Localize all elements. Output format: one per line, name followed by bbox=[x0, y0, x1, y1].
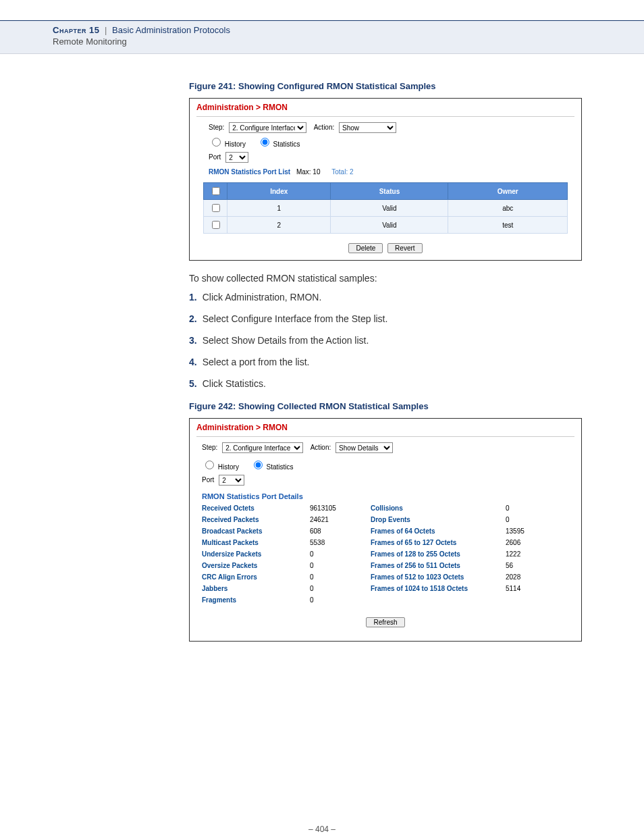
breadcrumb: Administration > RMON bbox=[190, 99, 581, 116]
table-row: 1 Valid abc bbox=[204, 200, 568, 217]
action-label: Action: bbox=[311, 444, 331, 451]
separator: | bbox=[105, 25, 107, 35]
figure-241-caption: Figure 241: Showing Configured RMON Stat… bbox=[189, 81, 590, 91]
step-4: Select a port from the list. bbox=[189, 357, 590, 367]
header-subtitle: Remote Monitoring bbox=[53, 36, 644, 47]
statistics-radio[interactable]: Statistics bbox=[257, 140, 300, 148]
stats-table: Index Status Owner 1 Valid abc 2 Valid t… bbox=[203, 182, 568, 234]
step-2: Select Configure Interface from the Step… bbox=[189, 313, 590, 324]
refresh-button[interactable]: Refresh bbox=[366, 617, 404, 627]
action-label: Action: bbox=[314, 124, 335, 131]
port-select[interactable]: 2 bbox=[219, 475, 244, 486]
chapter-label: Chapter 15 bbox=[53, 25, 99, 35]
col-index: Index bbox=[227, 183, 331, 200]
step-1: Click Administration, RMON. bbox=[189, 292, 590, 303]
port-label: Port bbox=[202, 476, 214, 484]
step-3: Select Show Details from the Action list… bbox=[189, 335, 590, 346]
list-title: RMON Statistics Port List bbox=[209, 168, 290, 176]
instructions-list: Click Administration, RMON. Select Confi… bbox=[189, 292, 590, 389]
delete-button[interactable]: Delete bbox=[348, 243, 383, 253]
breadcrumb: Administration > RMON bbox=[190, 419, 581, 436]
stat-label: Received Octets bbox=[202, 504, 296, 512]
statistics-radio[interactable]: Statistics bbox=[250, 463, 294, 471]
list-max: Max: 10 bbox=[296, 168, 321, 176]
step-5: Click Statistics. bbox=[189, 378, 590, 389]
figure-241-screenshot: Administration > RMON Step: 2. Configure… bbox=[189, 98, 582, 261]
figure-242-screenshot: Administration > RMON Step: 2. Configure… bbox=[189, 418, 582, 642]
details-title: RMON Statistics Port Details bbox=[202, 492, 569, 500]
revert-button[interactable]: Revert bbox=[387, 243, 422, 253]
page-header: Chapter 15 | Basic Administration Protoc… bbox=[0, 21, 644, 54]
history-radio[interactable]: History bbox=[209, 140, 246, 148]
row-checkbox[interactable] bbox=[212, 204, 220, 212]
row-checkbox[interactable] bbox=[212, 221, 220, 229]
col-status: Status bbox=[331, 183, 448, 200]
step-label: Step: bbox=[202, 444, 217, 451]
instructions-intro: To show collected RMON statistical sampl… bbox=[189, 273, 590, 284]
table-row: 2 Valid test bbox=[204, 217, 568, 234]
col-owner: Owner bbox=[448, 183, 568, 200]
history-radio[interactable]: History bbox=[202, 463, 239, 471]
step-select[interactable]: 2. Configure Interface bbox=[229, 122, 306, 133]
action-select[interactable]: Show Details bbox=[336, 442, 393, 453]
step-label: Step: bbox=[209, 124, 224, 131]
port-select[interactable]: 2 bbox=[225, 152, 248, 163]
page-number: – 404 – bbox=[0, 825, 644, 834]
step-select[interactable]: 2. Configure Interface bbox=[222, 442, 303, 453]
chapter-title: Basic Administration Protocols bbox=[112, 25, 230, 35]
list-total: Total: 2 bbox=[331, 168, 353, 176]
port-label: Port bbox=[209, 153, 221, 161]
col-checkbox[interactable] bbox=[204, 183, 227, 200]
stats-grid: Received Octets9613105Collisions0 Receiv… bbox=[202, 504, 569, 604]
action-select[interactable]: Show bbox=[339, 122, 396, 133]
figure-242-caption: Figure 242: Showing Collected RMON Stati… bbox=[189, 401, 590, 411]
